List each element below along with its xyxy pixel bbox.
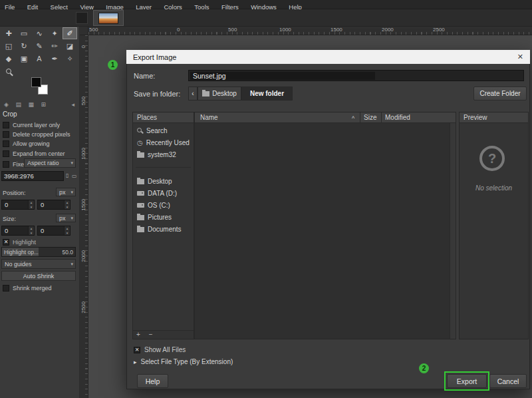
filename-value: Sunset.jpg: [193, 72, 226, 80]
aspect-ratio-input[interactable]: 3968:2976: [1, 171, 64, 181]
file-list-pane: Name ^ Size Modified: [194, 112, 456, 339]
create-folder-button[interactable]: Create Folder: [473, 87, 527, 100]
places-pane: Places Search ◷ Recently Used system32 D…: [132, 112, 194, 339]
device-status-dock-icon[interactable]: ▤: [13, 101, 24, 108]
bucket-fill-tool[interactable]: ◆: [1, 53, 16, 65]
column-name[interactable]: Name: [200, 112, 218, 123]
places-item-recently-used[interactable]: ◷ Recently Used: [133, 136, 194, 148]
add-bookmark-button[interactable]: +: [133, 331, 144, 338]
current-layer-only-option[interactable]: Current layer only: [3, 121, 60, 129]
export-button[interactable]: Export: [447, 374, 487, 388]
column-modified[interactable]: Modified: [385, 112, 410, 123]
places-item-pictures[interactable]: Pictures: [133, 211, 194, 223]
checkbox: [3, 285, 9, 292]
ruler-label: 1000: [80, 148, 86, 160]
ruler-label: 0: [177, 27, 180, 33]
crop-tool[interactable]: ✐: [63, 27, 77, 39]
position-unit-dropdown[interactable]: px ▾: [56, 188, 76, 196]
histogram-dock-icon[interactable]: ▦: [25, 101, 37, 108]
spinner-arrows[interactable]: ▴▾: [64, 200, 70, 209]
fuzzy-select-tool[interactable]: ✦: [47, 27, 62, 39]
dialog-title: Export Image: [133, 53, 176, 61]
pencil-tool[interactable]: ✎: [32, 40, 47, 52]
file-type-expander[interactable]: ▸ Select File Type (By Extension): [134, 357, 233, 366]
auto-shrink-button[interactable]: Auto Shrink: [1, 271, 76, 281]
zoom-tool[interactable]: [1, 65, 16, 77]
breadcrumb-new-folder[interactable]: New folder: [241, 87, 293, 100]
image-tab[interactable]: [93, 10, 124, 26]
portrait-orientation-icon[interactable]: ▯: [66, 172, 68, 178]
eraser-tool[interactable]: ◪: [63, 40, 77, 52]
path-back-button[interactable]: ‹: [188, 87, 198, 100]
help-button[interactable]: Help: [137, 374, 168, 388]
ruler-label: 500: [89, 27, 98, 33]
dropdown-label: No guides: [2, 261, 68, 268]
paintbrush-tool[interactable]: ✏: [47, 40, 62, 52]
size-height-spinner[interactable]: 0 ▴▾: [37, 226, 70, 236]
places-item-desktop[interactable]: Desktop: [133, 175, 194, 187]
spinner-arrows[interactable]: ▴▾: [28, 200, 34, 209]
places-header[interactable]: Places: [133, 112, 194, 123]
aspect-ratio-dropdown[interactable]: Aspect ratio ▾: [24, 158, 76, 168]
vertical-ruler[interactable]: 0 500 1000 1500 2000 2500: [80, 35, 88, 398]
guides-dropdown[interactable]: No guides ▾: [1, 259, 76, 269]
highlight-opacity-slider[interactable]: Highlight op... 50.0: [1, 247, 76, 257]
spinner-arrows[interactable]: ▴▾: [28, 226, 34, 235]
ruler-label: 2500: [80, 301, 86, 313]
sort-ascending-icon[interactable]: ^: [352, 113, 354, 124]
clone-tool[interactable]: ▣: [17, 53, 31, 65]
position-x-spinner[interactable]: 0 ▴▾: [1, 200, 35, 210]
move-tool[interactable]: ✚: [1, 27, 16, 39]
places-item-os-drive[interactable]: OS (C:): [133, 199, 194, 211]
folder-icon: [137, 227, 144, 232]
free-select-tool[interactable]: ∿: [32, 27, 47, 39]
spinner-arrows[interactable]: ▴▾: [64, 226, 70, 235]
magnifier-icon: [6, 69, 11, 74]
column-size[interactable]: Size: [364, 112, 376, 123]
position-y-spinner[interactable]: 0 ▴▾: [37, 200, 70, 210]
rectangle-select-tool[interactable]: ▭: [17, 27, 31, 39]
gimp-logo-tab[interactable]: [76, 12, 88, 24]
save-in-folder-label: Save in folder:: [134, 90, 180, 98]
landscape-orientation-icon[interactable]: ▭: [72, 173, 77, 179]
color-picker-tool[interactable]: ✧: [63, 53, 77, 65]
place-label: OS (C:): [148, 202, 170, 209]
dock-collapse-icon[interactable]: ◂: [68, 101, 77, 108]
ruler-label: 500: [228, 27, 237, 33]
horizontal-ruler[interactable]: 500 0 500 1000 1500 2000 2500: [88, 27, 532, 35]
text-tool[interactable]: A: [32, 53, 47, 65]
paths-tool[interactable]: ✒: [47, 53, 62, 65]
rotate-tool[interactable]: ↻: [17, 40, 31, 52]
places-item-search[interactable]: Search: [133, 124, 194, 136]
tool-options-dock-icon[interactable]: ◈: [1, 101, 11, 108]
size-unit-dropdown[interactable]: px ▾: [56, 214, 76, 222]
places-item-data-drive[interactable]: DATA (D:): [133, 187, 194, 199]
filename-input[interactable]: Sunset.jpg: [188, 70, 524, 81]
highlight-option[interactable]: ✕ Highlight: [3, 238, 36, 246]
places-separator: [136, 167, 191, 168]
size-width-spinner[interactable]: 0 ▴▾: [1, 226, 35, 236]
toolbox-panel: ✚ ▭ ∿ ✦ ✐ ◱ ↻ ✎ ✏ ◪ ◆ ▣ A ✒ ✧ ◈ ▤ ▦ ⊞ ◂: [0, 27, 80, 398]
preview-header: Preview: [460, 112, 528, 123]
expand-from-center-option[interactable]: Expand from center: [3, 150, 65, 158]
foreground-color-swatch[interactable]: [31, 77, 41, 87]
remove-bookmark-button[interactable]: −: [146, 331, 156, 338]
breadcrumb-desktop[interactable]: Desktop: [198, 87, 241, 100]
places-item-documents[interactable]: Documents: [133, 223, 194, 235]
shrink-merged-option[interactable]: Shrink merged: [3, 284, 52, 292]
ruler-label: 2000: [382, 27, 394, 33]
dialog-title-bar[interactable]: Export Image ✕: [126, 50, 530, 64]
option-label: Current layer only: [13, 122, 60, 128]
places-item-system32[interactable]: system32: [133, 148, 194, 160]
file-list-scrollbar[interactable]: [450, 123, 456, 339]
transform-tool[interactable]: ◱: [1, 40, 16, 52]
file-list-header: Name ^ Size Modified: [195, 112, 456, 123]
option-label: Highlight: [13, 239, 36, 246]
cancel-button[interactable]: Cancel: [489, 374, 527, 388]
show-all-files-option[interactable]: ✕ Show All Files: [134, 345, 186, 354]
delete-cropped-pixels-option[interactable]: Delete cropped pixels: [3, 130, 70, 138]
allow-growing-option[interactable]: Allow growing: [3, 140, 50, 148]
ruler-origin[interactable]: [80, 27, 88, 35]
layers-dock-icon[interactable]: ⊞: [39, 101, 49, 108]
close-icon[interactable]: ✕: [517, 53, 523, 61]
